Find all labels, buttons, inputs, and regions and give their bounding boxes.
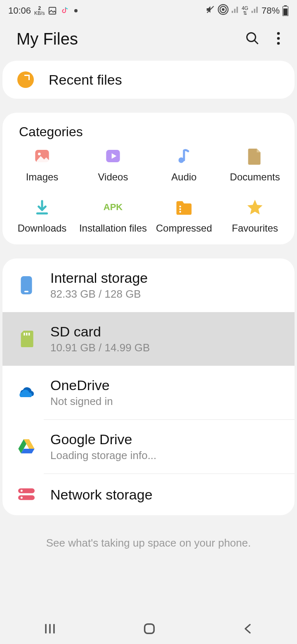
categories-title: Categories [7, 124, 290, 147]
svg-point-2 [222, 8, 225, 11]
audio-icon [175, 147, 193, 165]
recents-icon [43, 622, 57, 636]
svg-rect-23 [24, 333, 25, 336]
sdcard-icon [17, 330, 35, 348]
back-nav-button[interactable] [242, 622, 254, 637]
category-videos[interactable]: Videos [78, 147, 148, 183]
category-images[interactable]: Images [7, 147, 78, 183]
images-icon [33, 147, 51, 165]
category-favourites[interactable]: Favourites [219, 198, 290, 234]
home-icon [142, 622, 156, 636]
svg-line-9 [255, 40, 258, 44]
signal2-icon [251, 5, 259, 16]
clock-icon [17, 71, 34, 88]
phone-icon [17, 276, 35, 294]
mute-icon [205, 5, 215, 17]
category-documents[interactable]: Documents [219, 147, 290, 183]
documents-icon [246, 147, 264, 165]
sd-card-item[interactable]: SD card 10.91 GB / 14.99 GB [2, 312, 295, 366]
svg-point-8 [247, 33, 256, 41]
internal-title: Internal storage [50, 270, 280, 286]
gdrive-title: Google Drive [50, 431, 280, 447]
storage-card: Internal storage 82.33 GB / 128 GB SD ca… [2, 258, 295, 515]
sd-sub: 10.91 GB / 14.99 GB [50, 341, 280, 354]
svg-point-19 [179, 208, 181, 210]
category-installation-files[interactable]: APK Installation files [78, 198, 148, 234]
onedrive-title: OneDrive [50, 377, 280, 393]
svg-rect-0 [49, 7, 56, 14]
svg-point-14 [38, 153, 41, 156]
categories-card: Categories Images Videos Audio Documents [2, 113, 295, 244]
svg-rect-25 [28, 333, 30, 336]
app-header: My Files [0, 21, 297, 61]
navigation-bar [0, 615, 297, 644]
star-icon [246, 198, 264, 216]
apk-icon: APK [104, 198, 122, 216]
google-drive-item[interactable]: Google Drive Loading storage info... [2, 420, 295, 474]
svg-rect-22 [24, 291, 28, 292]
svg-rect-7 [283, 9, 288, 16]
storage-analysis-hint[interactable]: See what's taking up space on your phone… [0, 537, 297, 549]
tiktok-icon [60, 6, 69, 15]
home-nav-button[interactable] [142, 622, 156, 637]
internal-sub: 82.33 GB / 128 GB [50, 288, 280, 301]
network-speed: 2 KB/s [34, 6, 45, 16]
svg-point-11 [277, 37, 280, 40]
category-compressed[interactable]: Compressed [148, 198, 219, 234]
signal-icon [231, 5, 239, 16]
status-bar: 10:06 2 KB/s 4G⇅ 78% [0, 0, 297, 21]
search-icon [245, 31, 260, 46]
svg-rect-24 [26, 333, 27, 336]
network-title: Network storage [50, 487, 280, 503]
clock-time: 10:06 [8, 5, 31, 16]
videos-icon [104, 147, 122, 165]
onedrive-icon [17, 384, 35, 402]
recents-nav-button[interactable] [43, 622, 57, 637]
sd-title: SD card [50, 324, 280, 340]
more-icon [276, 31, 280, 46]
svg-point-18 [179, 206, 181, 207]
network-icon [17, 485, 35, 504]
back-icon [242, 622, 254, 636]
compressed-icon [175, 198, 193, 216]
svg-point-12 [277, 42, 280, 45]
svg-point-27 [21, 490, 23, 492]
search-button[interactable] [245, 31, 260, 47]
downloads-icon [33, 198, 51, 216]
hotspot-icon [218, 4, 229, 17]
onedrive-item[interactable]: OneDrive Not signed in [2, 366, 295, 419]
network-storage-item[interactable]: Network storage [2, 474, 295, 515]
category-downloads[interactable]: Downloads [7, 198, 78, 234]
svg-point-10 [277, 32, 280, 35]
svg-point-20 [179, 211, 181, 213]
data-4g-icon: 4G⇅ [242, 6, 248, 16]
page-title: My Files [16, 30, 78, 48]
svg-point-29 [21, 497, 23, 499]
google-drive-icon [17, 438, 35, 456]
recent-files-label: Recent files [49, 72, 122, 88]
onedrive-sub: Not signed in [50, 395, 280, 408]
battery-percent: 78% [262, 5, 280, 16]
svg-rect-33 [145, 624, 154, 634]
gallery-icon [48, 6, 57, 15]
recent-files-item[interactable]: Recent files [2, 61, 295, 99]
more-button[interactable] [276, 31, 280, 47]
battery-icon [282, 5, 289, 16]
internal-storage-item[interactable]: Internal storage 82.33 GB / 128 GB [2, 258, 295, 312]
category-audio[interactable]: Audio [148, 147, 219, 183]
gdrive-sub: Loading storage info... [50, 449, 280, 462]
notification-dot-icon [74, 9, 78, 12]
